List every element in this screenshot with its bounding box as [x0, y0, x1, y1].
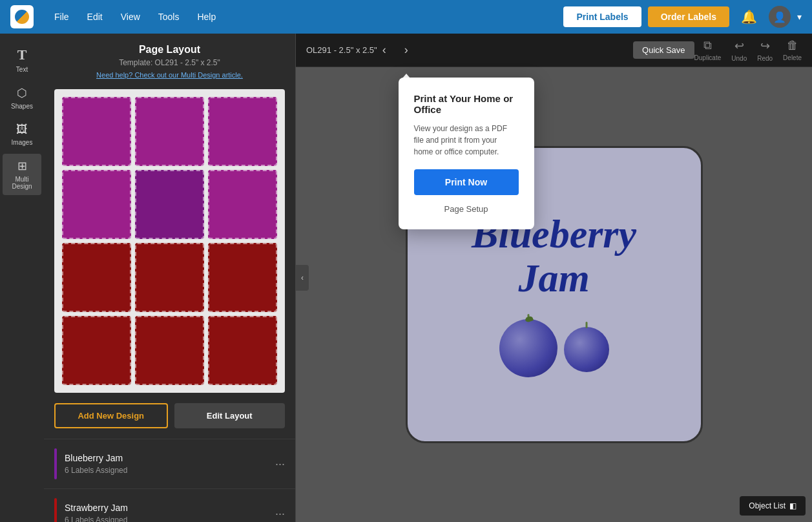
canvas-area: ‹ OL291 - 2.5" x 2.5" ‹ › Quick Save ⧉ D…: [296, 34, 812, 522]
canvas-content: Blueberry Jam P: [296, 67, 812, 522]
main-layout: T Text ⬡ Shapes 🖼 Images ⊞ Multi Design …: [0, 34, 812, 522]
popup-title: Print at Your Home or Office: [414, 93, 519, 115]
popup-description: View your design as a PDF file and print…: [414, 123, 519, 158]
page-setup-link[interactable]: Page Setup: [414, 204, 519, 214]
print-now-button[interactable]: Print Now: [414, 169, 519, 195]
print-popup: Print at Your Home or Office View your d…: [399, 78, 534, 229]
popup-overlay: Print at Your Home or Office View your d…: [296, 67, 812, 522]
